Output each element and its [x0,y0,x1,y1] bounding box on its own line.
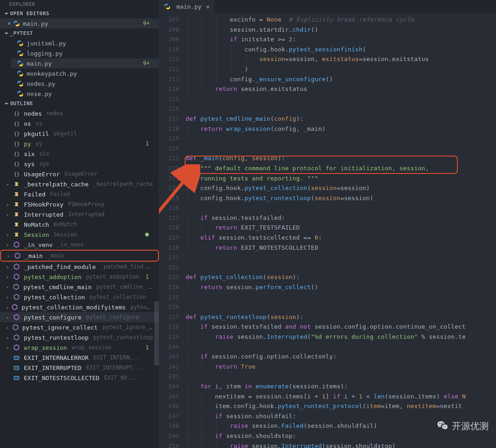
code-line[interactable]: │ │ return EXIT_NOTESTSCOLLECTED [186,243,496,253]
chevron-right-icon[interactable]: ▸ [7,253,12,258]
code-line[interactable]: def pytest_runtestloop(session): [186,312,496,322]
outline-item-pkgutil[interactable]: {}pkgutilpkgutil [0,129,159,139]
code-line[interactable] [186,292,496,302]
outline-item-NoMatch[interactable]: NoMatchNoMatch [0,219,159,230]
code-line[interactable]: │ │ │ raise session.Interrupted(session.… [186,441,496,448]
code-line[interactable]: │ │ │ │ ) [186,64,496,74]
scrollbar-thumb[interactable] [154,301,159,365]
outline-item-pytest_addoption[interactable]: ▸pytest_addoptionpytest_addoption1 [0,272,159,282]
chevron-right-icon[interactable]: ▸ [6,295,11,300]
code-line[interactable] [186,203,496,213]
chevron-right-icon[interactable]: ▸ [6,285,11,290]
code-line[interactable]: │ if session.testsfailed: [186,213,496,223]
outline-item-pytest_runtestloop[interactable]: ▸pytest_runtestlooppytest_runtestloop [0,332,159,342]
code-line[interactable]: │ │ item.config.hook.pytest_runtest_prot… [186,401,496,411]
outline-item-EXIT_INTERRUPTED[interactable]: EXIT_INTERRUPTEDEXIT_INTERRUPT... [0,363,159,373]
outline-item-_patched_find_module[interactable]: ▸_patched_find_module_patched_find... [0,262,159,272]
outline-item-py[interactable]: {}pypy1 [0,139,159,149]
code-line[interactable]: │ │ return EXIT_TESTSFAILED [186,223,496,233]
code-line[interactable]: │ elif session.testscollected == 0: [186,233,496,243]
outline-item-EXIT_INTERNALERROR[interactable]: EXIT_INTERNALERROREXIT_INTERN... [0,353,159,363]
code-area[interactable]: 2072082092102112122132142152162172182192… [159,13,496,448]
outline-item-os[interactable]: {}osos [0,118,159,129]
code-line[interactable] [186,144,496,154]
open-editors-header[interactable]: OPEN EDITORS [0,9,159,18]
chevron-right-icon[interactable]: ▸ [6,264,11,269]
file-item[interactable]: monkeypatch.py [11,68,159,78]
chevron-right-icon[interactable]: ▸ [6,335,11,340]
code-line[interactable]: │ │ raise session.Interrupted("%d errors… [186,332,496,342]
code-line[interactable]: │ │ nextitem = session.items[i + 1] if i… [186,392,496,402]
code-line[interactable] [186,263,496,273]
open-editor-item[interactable]: ×main.py9+ [0,18,159,28]
code-line[interactable] [186,371,496,381]
code-line[interactable]: def pytest_collection(session): [186,272,496,282]
code-line[interactable]: def pytest_cmdline_main(config): [186,114,496,124]
outline-item-Session[interactable]: ▸SessionSession [0,230,159,240]
code-line[interactable] [186,302,496,312]
file-item[interactable]: junitxml.py [11,38,159,48]
close-icon[interactable]: × [206,3,210,10]
chevron-right-icon[interactable]: ▸ [6,242,11,247]
code-line[interactable]: │ │ │ session.startdir.chdir() [186,25,496,35]
outline-item-_main[interactable]: ▸_main_main [0,250,159,262]
chevron-right-icon[interactable]: ▸ [6,232,11,237]
outline-item-UsageError[interactable]: {}UsageErrorUsageError [0,169,159,179]
code-line[interactable]: │ │ │ config._ensure_unconfigure() [186,74,496,84]
outline-item-EXIT_NOTESTSCOLLECTED[interactable]: EXIT_NOTESTSCOLLECTEDEXIT_NO... [0,373,159,383]
chevron-right-icon[interactable]: ▸ [6,202,11,207]
code-line[interactable]: │ if session.config.option.collectonly: [186,352,496,362]
outline-item-Interrupted[interactable]: ▸InterruptedInterrupted [0,209,159,219]
file-item[interactable]: nodes.py [11,78,159,89]
code-line[interactable]: │ return wrap_session(config, _main) [186,124,496,134]
code-line[interactable] [186,134,496,144]
file-item[interactable]: nose.py [11,89,159,99]
code-line[interactable]: │ │ return session.exitstatus [186,84,496,94]
code-line[interactable]: def _main(config, session): [186,153,496,163]
outline-item-_in_venv[interactable]: ▸_in_venv_in_venv [0,240,159,250]
code-content[interactable]: │ │ │ excinfo = None # Explicitly break … [186,13,496,448]
chevron-right-icon[interactable]: ▸ [6,212,11,217]
tab-main-py[interactable]: main.py × [159,0,214,13]
outline-item-wrap_session[interactable]: ▸wrap_sessionwrap_session1 [0,342,159,353]
chevron-right-icon[interactable]: ▸ [6,325,11,330]
outline-item-Failed[interactable]: FailedFailed [0,189,159,199]
outline-item-pytest_configure[interactable]: ▸pytest_configurepytest_configure [0,312,159,322]
code-line[interactable]: │ return session.perform_collect() [186,282,496,292]
file-item[interactable]: main.py9+ [11,58,159,68]
outline-item-pytest_collection[interactable]: ▸pytest_collectionpytest_collection [0,292,159,302]
chevron-right-icon[interactable]: ▸ [6,305,10,310]
outline-item-_bestrelpath_cache[interactable]: ▸_bestrelpath_cache_bestrelpath_cache [0,179,159,189]
chevron-right-icon[interactable]: ▸ [6,345,11,350]
code-line[interactable]: │ │ │ excinfo = None # Explicitly break … [186,15,496,25]
outline-item-nodes[interactable]: {}nodesnodes [0,108,159,118]
code-line[interactable] [186,342,496,352]
outline-item-FSHookProxy[interactable]: ▸FSHookProxyFSHookProxy [0,199,159,209]
chevron-right-icon[interactable]: ▸ [6,315,11,320]
outline-item-six[interactable]: {}sixsix [0,149,159,159]
outline-item-pytest_collection_modifyitems[interactable]: ▸pytest_collection_modifyitemspytest_... [0,302,159,312]
chevron-right-icon[interactable]: ▸ [6,182,11,187]
code-line[interactable]: │ │ │ │ │ session=session, exitstatus=se… [186,54,496,64]
outline-item-sys[interactable]: {}syssys [0,159,159,169]
code-line[interactable]: │ running tests and reporting. """ [186,174,496,184]
code-line[interactable]: │ │ │ if initstate >= 2: [186,34,496,45]
outline-item-pytest_cmdline_main[interactable]: ▸pytest_cmdline_mainpytest_cmdline_... [0,282,159,292]
code-line[interactable]: │ │ return True [186,362,496,372]
project-section-header[interactable]: _PYTEST [0,28,159,38]
code-line[interactable]: │ """ default command line protocol for … [186,163,496,174]
code-line[interactable] [186,252,496,263]
code-line[interactable]: │ config.hook.pytest_runtestloop(session… [186,193,496,203]
code-line[interactable]: │ │ │ │ config.hook.pytest_sessionfinish… [186,45,496,55]
code-line[interactable] [186,94,496,104]
outline-header[interactable]: OUTLINE [0,99,159,108]
chevron-right-icon[interactable]: ▸ [6,274,11,280]
code-line[interactable]: │ config.hook.pytest_collection(session=… [186,183,496,193]
code-line[interactable] [186,104,496,114]
file-item[interactable]: logging.py [11,48,159,58]
outline-item-pytest_ignore_collect[interactable]: ▸pytest_ignore_collectpytest_ignore_c... [0,322,159,332]
code-line[interactable]: │ │ if session.shouldstop: [186,431,496,441]
code-line[interactable]: │ for i, item in enumerate(session.items… [186,381,496,392]
code-line[interactable]: │ if session.testsfailed and not session… [186,322,496,332]
close-icon[interactable]: × [6,20,13,27]
